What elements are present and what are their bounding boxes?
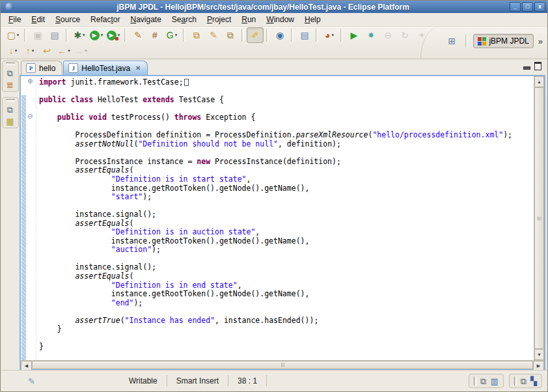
menu-navigate[interactable]: Navigate [125, 14, 166, 25]
open-perspective-button[interactable]: ⊞ [443, 33, 460, 49]
dropdown-arrow-icon[interactable]: ▾ [32, 48, 34, 53]
code-line[interactable]: ProcessDefinition definition = ProcessDe… [39, 130, 534, 139]
menu-help[interactable]: Help [299, 14, 326, 25]
restore-view-icon[interactable]: ⧉ [7, 105, 13, 114]
collapse-fold-icon[interactable]: ⊖ [27, 113, 33, 120]
dropdown-arrow-icon[interactable]: ▾ [85, 48, 87, 53]
scroll-right-arrow[interactable]: ▶ [533, 361, 544, 371]
debug-button[interactable]: ✱▾ [71, 27, 88, 43]
code-editor[interactable]: import junit.framework.TestCase;public c… [36, 76, 534, 360]
code-line[interactable] [39, 254, 534, 263]
code-line[interactable] [39, 201, 534, 210]
menu-project[interactable]: Project [202, 14, 236, 25]
new-class-button[interactable]: G▾ [163, 27, 180, 43]
new-process-definition-button[interactable]: ✎ [130, 27, 146, 43]
perspective-overflow-chevron[interactable]: » [536, 36, 545, 46]
folding-margin[interactable]: ⊕⊖ [27, 76, 36, 360]
restore-view-icon[interactable]: ⧉ [7, 69, 13, 77]
menu-edit[interactable]: Edit [26, 14, 50, 25]
code-line[interactable]: "Definition is in auction state", [39, 227, 534, 236]
code-line[interactable]: } [39, 342, 534, 351]
menu-run[interactable]: Run [236, 14, 261, 25]
code-line[interactable]: assertEquals( [39, 165, 534, 175]
code-line[interactable]: assertNotNull("Definition should not be … [39, 139, 534, 148]
code-line[interactable]: "auction"); [39, 245, 534, 254]
scroll-up-arrow[interactable]: ▲ [534, 76, 544, 87]
expand-fold-icon[interactable]: ⊕ [27, 78, 33, 85]
search-button[interactable]: ✎ [205, 27, 222, 43]
close-button[interactable]: x [534, 2, 545, 12]
drag-handle[interactable] [6, 99, 15, 102]
vertical-scrollbar[interactable]: ▲ ▼ [534, 76, 544, 360]
properties-view-icon[interactable]: ▦ [6, 117, 14, 126]
horizontal-scrollbar-thumb[interactable] [32, 361, 533, 369]
back-button[interactable]: ←▾ [55, 43, 72, 59]
maximize-editor-icon[interactable] [534, 62, 541, 70]
run-external-tools-button[interactable]: ▶▾ [105, 27, 122, 43]
show-view-button[interactable]: ▤ [296, 27, 313, 43]
code-line[interactable]: import junit.framework.TestCase; [39, 77, 534, 87]
code-line[interactable]: instance.signal(); [39, 262, 534, 272]
next-annotation-button[interactable]: ↓▾ [5, 43, 21, 59]
title-bar[interactable]: jBPM JPDL - HellojBPM/src/test/java/com/… [1, 1, 547, 13]
code-line[interactable] [39, 307, 534, 316]
jbpm-action-button[interactable]: ◕▾ [321, 27, 338, 43]
code-line[interactable]: public class HelloTest extends TestCase … [39, 95, 534, 104]
code-line[interactable] [39, 104, 534, 113]
scroll-left-arrow[interactable]: ◀ [21, 361, 32, 371]
minimized-view-icon[interactable]: ▥ [490, 377, 498, 385]
dropdown-arrow-icon[interactable]: ▾ [101, 33, 103, 38]
drag-handle[interactable] [514, 376, 517, 385]
run-button[interactable]: ▶▾ [88, 27, 105, 43]
menu-source[interactable]: Source [50, 14, 85, 25]
open-resource-button[interactable]: ⧉ [188, 27, 205, 43]
last-edit-location-button[interactable]: ↩ [38, 43, 55, 59]
code-line[interactable]: instance.getRootToken().getNode().getNam… [39, 289, 534, 298]
web-browser-button[interactable]: ◉ [271, 27, 288, 43]
outline-view-icon[interactable]: ≣ [7, 81, 14, 89]
drag-handle[interactable] [474, 376, 476, 385]
menu-search[interactable]: Search [167, 14, 202, 25]
editor-tab-hello[interactable]: Phello [21, 61, 62, 75]
vertical-ruler[interactable] [21, 76, 27, 360]
code-line[interactable]: instance.getRootToken().getNode().getNam… [39, 184, 534, 193]
code-line[interactable]: "end"); [39, 298, 534, 307]
code-line[interactable]: "start"); [39, 192, 534, 201]
toggle-mark-occurrences-button[interactable]: ✐ [247, 27, 264, 43]
dropdown-arrow-icon[interactable]: ▾ [15, 48, 18, 53]
code-line[interactable]: instance.getRootToken().getNode().getNam… [39, 236, 534, 245]
drag-handle[interactable] [6, 63, 15, 65]
outline-tree-icon[interactable]: ▚ [530, 377, 537, 385]
code-line[interactable]: ProcessInstance instance = new ProcessIn… [39, 157, 534, 166]
code-line[interactable]: } [39, 324, 534, 333]
new-fork-button[interactable]: # [146, 27, 163, 43]
code-line[interactable] [39, 122, 534, 131]
print-button[interactable]: ▤ [46, 27, 63, 43]
code-line[interactable]: assertTrue("Instance has ended", instanc… [39, 316, 534, 325]
minimize-button[interactable]: _ [510, 2, 521, 12]
scroll-down-arrow[interactable]: ▼ [534, 349, 544, 360]
dropdown-arrow-icon[interactable]: ▾ [17, 33, 20, 38]
dropdown-arrow-icon[interactable]: ▾ [331, 33, 334, 38]
code-line[interactable]: assertEquals( [39, 219, 534, 228]
wizard-button[interactable]: ✷ [363, 27, 379, 43]
code-line[interactable]: instance.signal(); [39, 210, 534, 219]
horizontal-scrollbar[interactable]: ◀ ▶ [21, 360, 544, 369]
previous-annotation-button[interactable]: ↑▾ [21, 43, 38, 59]
minimized-restore-icon[interactable]: ⧉ [521, 377, 527, 385]
menu-file[interactable]: File [3, 14, 26, 25]
minimized-restore-icon[interactable]: ⧉ [480, 377, 486, 385]
tab-close-icon[interactable]: ✕ [135, 64, 141, 72]
code-line[interactable]: "Definition is in start state", [39, 175, 534, 184]
open-file-button[interactable]: ⧉ [222, 27, 239, 43]
editor-tab-hellotest-java[interactable]: JHelloTest.java✕ [63, 61, 148, 75]
menu-window[interactable]: Window [261, 14, 299, 25]
dropdown-arrow-icon[interactable]: ▾ [175, 33, 178, 38]
code-line[interactable] [39, 333, 534, 343]
minimize-editor-icon[interactable] [523, 66, 530, 70]
dropdown-arrow-icon[interactable]: ▾ [83, 33, 85, 38]
dropdown-arrow-icon[interactable]: ▾ [68, 48, 70, 53]
new-wizard-button[interactable]: ▢▾ [5, 27, 21, 43]
code-line[interactable] [39, 87, 534, 96]
perspective-jbpm-jpdl-button[interactable]: jBPM JPDL [473, 34, 533, 48]
